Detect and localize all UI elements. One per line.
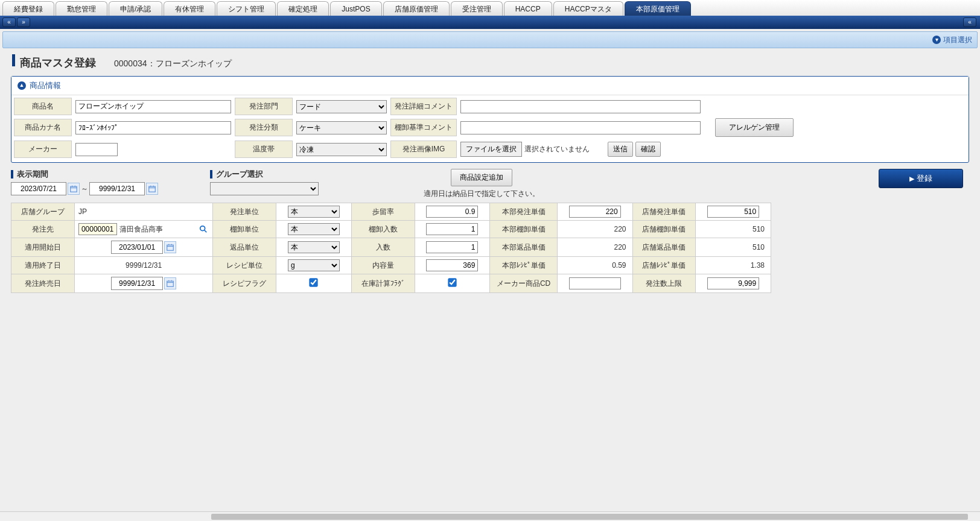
collapse-icon: ▲: [18, 81, 26, 90]
label-product-kana: 商品カナ名: [14, 119, 72, 136]
label-maker: メーカー: [14, 141, 72, 158]
product-info-header[interactable]: ▲ 商品情報: [11, 77, 969, 95]
label-hq-inv-price: 本部棚卸単価: [490, 221, 558, 238]
label-inventory-std-comment: 棚卸基準コメント: [390, 119, 457, 136]
calendar-icon[interactable]: [146, 183, 158, 195]
yield-input[interactable]: [426, 206, 478, 218]
temp-zone-select[interactable]: 冷凍: [296, 143, 387, 156]
nav-scroll-button[interactable]: «: [963, 17, 976, 27]
maker-cd-input[interactable]: [569, 277, 621, 289]
svg-point-8: [200, 226, 205, 231]
period-to-input[interactable]: [89, 182, 145, 195]
label-stock-calc-flag: 在庫計算ﾌﾗｸﾞ: [351, 274, 415, 293]
product-name-input[interactable]: [75, 100, 231, 113]
label-order-dept: 発注部門: [235, 98, 293, 115]
tab-haccp-master[interactable]: HACCPマスタ: [553, 1, 623, 16]
page-title-bar: 商品マスタ登録 0000034：フローズンホイップ: [0, 51, 980, 76]
svg-rect-4: [149, 186, 156, 192]
tab-order-mgmt[interactable]: 受注管理: [451, 1, 503, 16]
register-button[interactable]: ▶ 登録: [879, 169, 963, 188]
value-store-inv-price: 510: [696, 221, 771, 238]
order-class-select[interactable]: ケーキ: [296, 121, 387, 134]
tab-justpos[interactable]: JustPOS: [330, 1, 381, 16]
nav-prev-button[interactable]: «: [2, 17, 16, 27]
apply-start-input[interactable]: [111, 241, 163, 254]
qty-input[interactable]: [426, 241, 478, 253]
period-label: 表示期間: [17, 169, 48, 180]
tab-store-cost[interactable]: 店舗原価管理: [383, 1, 450, 16]
order-dest-code-input[interactable]: [78, 223, 117, 235]
tab-shift[interactable]: シフト管理: [217, 1, 276, 16]
period-from-input[interactable]: [11, 182, 66, 195]
label-store-return-price: 店舗返品単価: [632, 238, 696, 257]
label-hq-recipe-price: 本部ﾚｼﾋﾟ単価: [490, 257, 558, 274]
tab-approval[interactable]: 申請/承認: [109, 1, 162, 16]
label-store-order-price: 店舗発注単価: [632, 203, 696, 221]
label-qty: 入数: [351, 238, 415, 257]
order-dept-select[interactable]: フード: [296, 100, 387, 113]
label-order-class: 発注分類: [235, 119, 293, 136]
register-label: 登録: [917, 173, 932, 184]
product-info-panel: ▲ 商品情報 商品名 発注部門 フード 発注詳細コメント 商品カナ名 発注分類 …: [11, 76, 969, 163]
order-unit-select[interactable]: 本: [288, 206, 340, 218]
add-setting-button[interactable]: 商品設定追加: [451, 169, 512, 186]
label-order-unit: 発注単位: [213, 203, 276, 221]
value-store-group: JP: [74, 203, 212, 221]
calendar-icon[interactable]: [68, 183, 80, 195]
file-choose-button[interactable]: ファイルを選択: [460, 142, 522, 157]
play-icon: ▶: [909, 175, 914, 183]
svg-rect-10: [167, 245, 174, 250]
maker-input[interactable]: [75, 143, 118, 156]
label-maker-cd: メーカー商品CD: [490, 274, 558, 293]
tab-fix[interactable]: 確定処理: [277, 1, 329, 16]
order-detail-comment-input[interactable]: [460, 100, 701, 113]
settings-grid-wrap: 店舗グループ JP 発注単位 本 歩留率 本部発注単価 店舗発注単価 発注先 蒲…: [0, 203, 980, 293]
label-order-detail-comment: 発注詳細コメント: [390, 98, 457, 115]
order-dest-name: 蒲田食品商事: [119, 224, 163, 235]
tab-expense[interactable]: 経費登録: [2, 1, 54, 16]
tab-hq-cost[interactable]: 本部原価管理: [625, 1, 691, 16]
tab-vacation[interactable]: 有休管理: [164, 1, 215, 16]
nav-strip: « » «: [0, 16, 980, 29]
allergen-manage-button[interactable]: アレルゲン管理: [715, 118, 794, 137]
stock-calc-checkbox[interactable]: [448, 278, 456, 286]
label-order-end: 発注終売日: [11, 274, 75, 293]
inventory-std-comment-input[interactable]: [460, 121, 701, 134]
inv-unit-select[interactable]: 本: [288, 223, 340, 235]
label-hq-return-price: 本部返品単価: [490, 238, 558, 257]
send-button[interactable]: 送信: [608, 142, 633, 157]
recipe-flag-checkbox[interactable]: [310, 278, 318, 286]
group-label: グループ選択: [216, 169, 263, 180]
confirm-button[interactable]: 確認: [635, 142, 661, 157]
value-store-return-price: 510: [696, 238, 771, 257]
return-unit-select[interactable]: 本: [288, 241, 340, 253]
tab-attendance[interactable]: 勤怠管理: [56, 1, 107, 16]
label-return-unit: 返品単位: [213, 238, 276, 257]
order-end-input[interactable]: [111, 277, 163, 290]
store-order-price-input[interactable]: [707, 206, 759, 218]
period-separator: ～: [81, 184, 88, 194]
apply-date-note: 適用日は納品日で指定して下さい。: [424, 189, 539, 199]
label-content: 内容量: [351, 257, 415, 274]
label-recipe-unit: レシピ単位: [213, 257, 276, 274]
value-hq-inv-price: 220: [557, 221, 632, 238]
value-hq-return-price: 220: [557, 238, 632, 257]
calendar-icon[interactable]: [164, 277, 176, 289]
nav-next-button[interactable]: »: [17, 17, 30, 27]
tab-haccp[interactable]: HACCP: [504, 1, 552, 16]
hq-order-price-input[interactable]: [569, 206, 621, 218]
order-max-input[interactable]: [707, 277, 759, 289]
inv-qty-input[interactable]: [426, 223, 478, 235]
calendar-icon[interactable]: [164, 241, 176, 253]
label-store-recipe-price: 店舗ﾚｼﾋﾟ単価: [632, 257, 696, 274]
search-icon[interactable]: [198, 224, 209, 235]
product-kana-input[interactable]: [75, 121, 231, 134]
recipe-unit-select[interactable]: g: [288, 259, 340, 271]
svg-rect-14: [167, 281, 174, 286]
svg-line-9: [205, 230, 207, 233]
title-accent-bar: [12, 54, 15, 66]
content-input[interactable]: [426, 259, 478, 271]
label-yield: 歩留率: [351, 203, 415, 221]
item-select-link[interactable]: ▾ 項目選択: [932, 35, 972, 45]
group-select[interactable]: [210, 182, 319, 195]
